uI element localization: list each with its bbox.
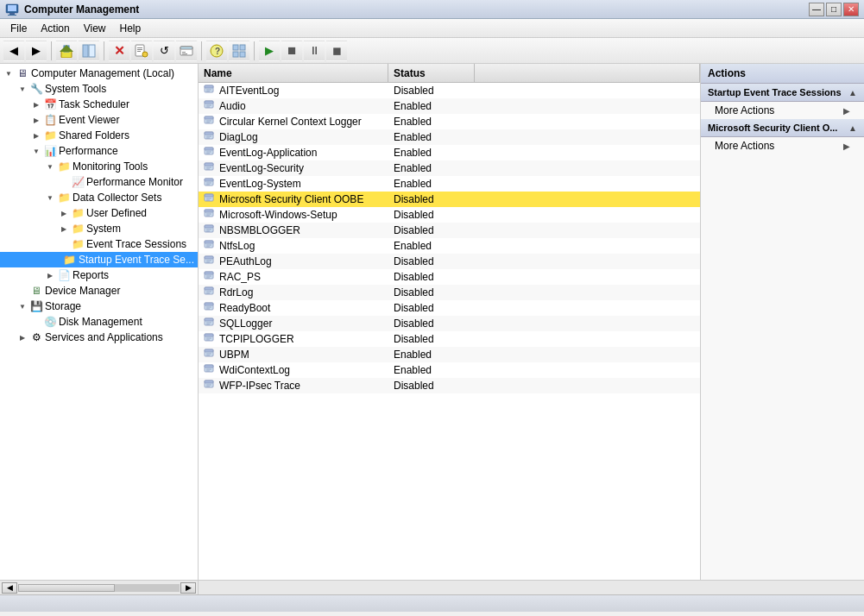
expand-shared-folders[interactable]: ▶ <box>29 129 43 142</box>
sidebar-item-monitoring-tools[interactable]: ▼ 📁 Monitoring Tools <box>0 159 198 174</box>
list-cell-status: Disabled <box>388 193 475 205</box>
view-button[interactable] <box>229 41 249 61</box>
sidebar-label-data-collector: Data Collector Sets <box>73 192 161 204</box>
list-row[interactable]: AITEventLogDisabled <box>199 83 700 98</box>
list-row[interactable]: ReadyBootDisabled <box>199 300 700 316</box>
sidebar-item-system[interactable]: ▶ 📁 System <box>0 221 198 236</box>
expand-services-apps[interactable]: ▶ <box>16 330 29 344</box>
list-row[interactable]: SQLLoggerDisabled <box>199 316 700 331</box>
list-row[interactable]: NBSMBLOGGERDisabled <box>199 223 700 238</box>
list-row[interactable]: EventLog-SecurityEnabled <box>199 160 700 176</box>
sidebar-item-shared-folders[interactable]: ▶ 📁 Shared Folders <box>0 128 198 143</box>
svg-rect-25 <box>205 85 213 88</box>
list-row[interactable]: Microsoft-Windows-SetupDisabled <box>199 207 700 223</box>
col-header-rest[interactable] <box>475 64 700 82</box>
back-button[interactable]: ◀ <box>3 41 24 61</box>
list-row[interactable]: RAC_PSDisabled <box>199 269 700 285</box>
maximize-button[interactable]: □ <box>826 3 842 16</box>
list-row[interactable]: DiagLogEnabled <box>199 129 700 145</box>
expand-event-viewer[interactable]: ▶ <box>29 113 43 127</box>
menu-file[interactable]: File <box>3 21 34 36</box>
svg-rect-10 <box>137 47 142 48</box>
list-row[interactable]: AudioEnabled <box>199 98 700 114</box>
end-button[interactable]: ◼ <box>326 41 347 61</box>
list-row[interactable]: RdrLogDisabled <box>199 285 700 300</box>
window-controls[interactable]: — □ ✕ <box>809 3 859 16</box>
sidebar-item-computer-mgmt[interactable]: ▼ 🖥 Computer Management (Local) <box>0 66 198 81</box>
list-row[interactable]: TCPIPLOGGERDisabled <box>199 331 700 347</box>
sidebar-item-perf-monitor[interactable]: 📈 Performance Monitor <box>0 174 198 190</box>
sidebar-item-system-tools[interactable]: ▼ 🔧 System Tools <box>0 81 198 97</box>
list-row[interactable]: UBPMEnabled <box>199 347 700 362</box>
run-button[interactable]: ▶ <box>259 41 280 61</box>
stop-button[interactable]: ⏹ <box>281 41 302 61</box>
expand-storage[interactable]: ▼ <box>16 299 29 313</box>
expand-system-tools[interactable]: ▼ <box>16 82 29 96</box>
sidebar-item-task-scheduler[interactable]: ▶ 📅 Task Scheduler <box>0 97 198 112</box>
list-row-name-text: NBSMBLOGGER <box>219 224 300 236</box>
sidebar-item-user-defined[interactable]: ▶ 📁 User Defined <box>0 205 198 221</box>
actions-section-1-header[interactable]: Startup Event Trace Sessions ▲ <box>701 84 864 102</box>
list-row[interactable]: WdiContextLogEnabled <box>199 362 700 378</box>
actions-pane: Actions Startup Event Trace Sessions ▲ M… <box>700 64 864 580</box>
col-header-name[interactable]: Name <box>199 64 388 82</box>
svg-rect-73 <box>205 272 213 274</box>
sidebar-item-disk-mgmt[interactable]: 💿 Disk Management <box>0 314 198 330</box>
properties-button[interactable] <box>131 41 152 61</box>
list-row[interactable]: EventLog-SystemEnabled <box>199 176 700 192</box>
list-cell-status: Disabled <box>388 317 475 330</box>
menu-view[interactable]: View <box>77 21 113 36</box>
scroll-right-btn[interactable]: ▶ <box>180 582 196 594</box>
list-row[interactable]: PEAuthLogDisabled <box>199 254 700 269</box>
sidebar-item-event-viewer[interactable]: ▶ 📋 Event Viewer <box>0 112 198 128</box>
export-button[interactable] <box>176 41 197 61</box>
expand-system[interactable]: ▶ <box>57 222 71 236</box>
forward-button[interactable]: ▶ <box>26 41 47 61</box>
list-row[interactable]: NtfsLogEnabled <box>199 238 700 254</box>
menu-action[interactable]: Action <box>34 21 76 36</box>
sidebar-item-performance[interactable]: ▼ 📊 Performance <box>0 143 198 159</box>
expand-performance[interactable]: ▼ <box>29 144 43 158</box>
list-row[interactable]: EventLog-ApplicationEnabled <box>199 145 700 160</box>
expand-data-collector[interactable]: ▼ <box>43 191 57 204</box>
scroll-thumb[interactable] <box>18 584 115 592</box>
help-button[interactable]: ? <box>206 41 227 61</box>
computer-icon: 🖥 <box>16 66 29 80</box>
delete-button[interactable]: ✕ <box>109 41 129 61</box>
close-button[interactable]: ✕ <box>843 3 859 16</box>
expand-computer-mgmt[interactable]: ▼ <box>2 66 16 80</box>
minimize-button[interactable]: — <box>809 3 824 16</box>
sidebar-item-reports[interactable]: ▶ 📄 Reports <box>0 267 198 283</box>
show-tree-button[interactable] <box>79 41 99 61</box>
up-button[interactable] <box>56 41 77 61</box>
sidebar-item-services-apps[interactable]: ▶ ⚙ Services and Applications <box>0 330 198 345</box>
actions-more-actions-2[interactable]: More Actions ▶ <box>701 137 864 154</box>
sidebar-item-device-manager[interactable]: 🖥 Device Manager <box>0 283 198 299</box>
expand-reports[interactable]: ▶ <box>43 268 57 282</box>
sidebar-label-event-trace: Event Trace Sessions <box>86 238 186 250</box>
expand-task-scheduler[interactable]: ▶ <box>29 97 43 111</box>
sidebar-item-storage[interactable]: ▼ 💾 Storage <box>0 299 198 314</box>
sidebar-item-event-trace[interactable]: 📁 Event Trace Sessions <box>0 236 198 252</box>
actions-section-2-header[interactable]: Microsoft Security Client O... ▲ <box>701 119 864 137</box>
svg-rect-7 <box>83 45 88 57</box>
sidebar-item-data-collector[interactable]: ▼ 📁 Data Collector Sets <box>0 190 198 205</box>
collapse-section-1[interactable]: ▲ <box>848 88 857 97</box>
expand-user-defined[interactable]: ▶ <box>57 206 71 220</box>
actions-more-actions-1[interactable]: More Actions ▶ <box>701 102 864 119</box>
sidebar-item-startup-event[interactable]: 📁 Startup Event Trace Se... <box>0 252 198 267</box>
expand-monitoring-tools[interactable]: ▼ <box>43 160 57 173</box>
list-row[interactable]: Circular Kernel Context LoggerEnabled <box>199 114 700 129</box>
scroll-left-btn[interactable]: ◀ <box>2 582 17 594</box>
sidebar-hscroll[interactable]: ◀ ▶ <box>0 581 199 594</box>
list-row[interactable]: Microsoft Security Client OOBEDisabled <box>199 192 700 207</box>
list-cell-status: Enabled <box>388 116 475 128</box>
pause-button[interactable]: ⏸ <box>304 41 325 61</box>
menu-help[interactable]: Help <box>113 21 148 36</box>
list-cell-status: Disabled <box>388 255 475 267</box>
collapse-section-2[interactable]: ▲ <box>848 123 857 133</box>
refresh-button[interactable]: ↺ <box>154 41 174 61</box>
list-row-name-text: WdiContextLog <box>219 364 290 376</box>
list-row[interactable]: WFP-IPsec TraceDisabled <box>199 378 700 393</box>
col-header-status[interactable]: Status <box>388 64 475 82</box>
